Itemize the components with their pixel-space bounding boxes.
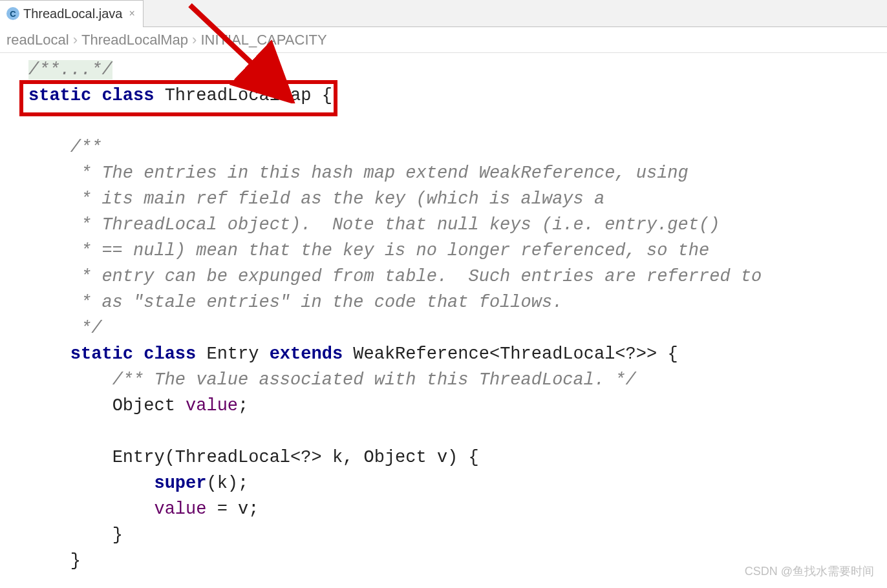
chevron-right-icon: › — [192, 32, 197, 48]
tab-bar: C ThreadLocal.java × — [0, 0, 887, 27]
breadcrumb: readLocal › ThreadLocalMap › INITIAL_CAP… — [0, 27, 887, 53]
file-tab[interactable]: C ThreadLocal.java × — [0, 0, 144, 27]
code-content: /**...*/ static class ThreadLocalMap { /… — [0, 57, 887, 574]
close-icon[interactable]: × — [129, 8, 134, 19]
breadcrumb-item[interactable]: readLocal — [6, 32, 69, 48]
breadcrumb-item[interactable]: ThreadLocalMap — [81, 32, 188, 48]
chevron-right-icon: › — [73, 32, 78, 48]
watermark: CSDN @鱼找水需要时间 — [745, 563, 874, 579]
java-class-icon: C — [6, 7, 19, 20]
breadcrumb-item[interactable]: INITIAL_CAPACITY — [200, 32, 326, 48]
tab-label: ThreadLocal.java — [23, 6, 122, 21]
code-editor[interactable]: /**...*/ static class ThreadLocalMap { /… — [0, 53, 887, 574]
